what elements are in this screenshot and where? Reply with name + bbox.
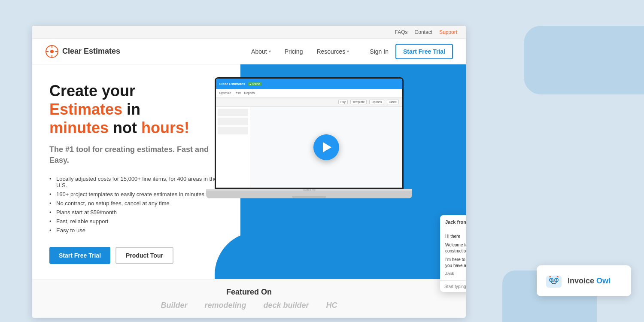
utility-bar: FAQs Contact Support	[32, 26, 466, 39]
app-content[interactable]	[250, 107, 402, 188]
featured-title: Featured On	[226, 288, 272, 297]
chat-input[interactable]	[444, 284, 466, 289]
app-top-nav: Optimize Print Reports	[216, 89, 402, 97]
feature-item: Easy to use	[49, 226, 228, 235]
navbar: Clear Estimates About ▾ Pricing Resource…	[32, 39, 466, 64]
hero-start-trial-button[interactable]: Start Free Trial	[49, 247, 110, 264]
logo[interactable]: Clear Estimates	[45, 45, 120, 58]
featured-logos: Builder remodeling deck builder HC	[161, 301, 337, 310]
feature-item: Locally adjusted costs for 15,000+ line …	[49, 174, 228, 190]
invoice-owl-text: Invoice Owl	[568, 276, 611, 286]
feature-item: 160+ project templates to easily create …	[49, 190, 228, 199]
main-container: FAQs Contact Support Clear Estimates Abo…	[32, 26, 466, 318]
support-link[interactable]: Support	[439, 29, 457, 35]
app-body	[216, 107, 402, 188]
start-free-trial-button[interactable]: Start Free Trial	[395, 44, 453, 59]
chat-message-3: I'm here to help, so please let me know …	[445, 257, 466, 269]
hero-subheading: The #1 tool for creating estimates. Fast…	[49, 144, 228, 166]
app-screenshot: Clear Estimates ● online Optimize Print …	[216, 79, 402, 188]
feature-list: Locally adjusted costs for 15,000+ line …	[49, 174, 228, 235]
hero-heading: Create your Estimates in minutes not hou…	[49, 82, 228, 137]
about-nav-link[interactable]: About ▾	[246, 45, 276, 58]
svg-point-11	[551, 279, 552, 281]
featured-logo-hc: HC	[326, 301, 337, 310]
svg-point-1	[50, 50, 54, 53]
feature-item: Plans start at $59/month	[49, 208, 228, 217]
logo-text: Clear Estimates	[62, 47, 120, 56]
app-logo-small: Clear Estimates	[219, 82, 245, 86]
chat-widget: Jack from Clear Estimates Hi there Welco…	[440, 215, 466, 292]
app-header-bar: Clear Estimates ● online	[216, 79, 402, 89]
contact-link[interactable]: Contact	[415, 29, 432, 35]
faqs-link[interactable]: FAQs	[395, 29, 408, 35]
chat-sign-off: Jack	[445, 271, 466, 276]
feature-item: Fast, reliable support	[49, 217, 228, 226]
chat-input-area[interactable]: GIF 🙂 📎	[440, 280, 466, 292]
logo-icon	[45, 45, 59, 58]
signin-link[interactable]: Sign In	[363, 45, 395, 58]
resources-nav-link[interactable]: Resources ▾	[311, 45, 354, 58]
owl-icon	[545, 272, 562, 289]
feature-item: No contract, no setup fees, cancel at an…	[49, 199, 228, 208]
nav-links: About ▾ Pricing Resources ▾	[246, 45, 354, 58]
bg-decoration-top	[524, 26, 644, 94]
hero-buttons: Start Free Trial Product Tour	[49, 247, 228, 264]
laptop-screen: Clear Estimates ● online Optimize Print …	[215, 77, 404, 189]
about-chevron-icon: ▾	[269, 49, 271, 54]
invoice-owl-widget: Invoice Owl	[537, 265, 631, 296]
laptop-base	[206, 191, 412, 198]
svg-point-12	[556, 279, 557, 281]
featured-logo-remodeling: remodeling	[204, 301, 246, 310]
app-online-badge: ● online	[248, 82, 262, 86]
chat-message-2: Welcome to Clear Estimates, the premier …	[445, 242, 466, 254]
chat-body: Hi there Welcome to Clear Estimates, the…	[440, 229, 466, 280]
featured-section: Featured On Builder remodeling deck buil…	[32, 279, 466, 318]
play-button[interactable]	[313, 134, 339, 160]
app-toolbar: Pay Template Options Clone	[216, 97, 402, 107]
product-tour-button[interactable]: Product Tour	[115, 247, 173, 264]
chat-header: Jack from Clear Estimates	[440, 215, 466, 229]
featured-logo-builder: Builder	[161, 301, 187, 310]
app-sidebar	[216, 107, 250, 188]
pricing-nav-link[interactable]: Pricing	[279, 45, 308, 58]
resources-chevron-icon: ▾	[347, 49, 349, 54]
invoice-owl-brand: Invoice Owl	[568, 276, 611, 286]
chat-message-1: Hi there	[445, 234, 466, 240]
laptop-mockup: Clear Estimates ● online Optimize Print …	[206, 77, 412, 198]
featured-logo-deckbuilder: deck builder	[264, 301, 309, 310]
play-icon	[323, 142, 331, 152]
